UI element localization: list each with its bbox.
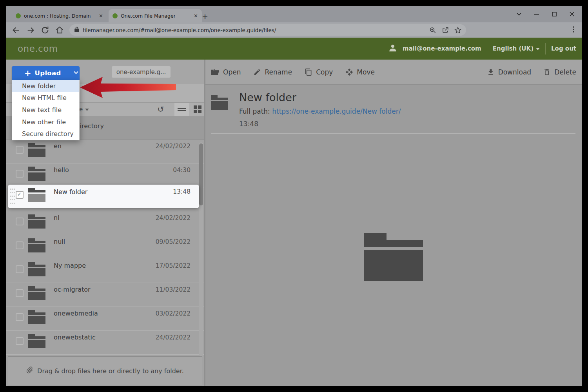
- header-divider: [487, 43, 487, 54]
- folder-icon: [28, 310, 45, 324]
- chevron-down-icon: [85, 109, 89, 111]
- header-divider: [545, 43, 546, 54]
- rename-button[interactable]: Rename: [253, 68, 292, 76]
- file-date: 09/05/2022: [156, 238, 191, 245]
- folder-icon: [211, 95, 228, 110]
- folder-icon: [28, 167, 45, 181]
- file-name: onewebstatic: [54, 334, 96, 341]
- row-checkbox[interactable]: [16, 146, 24, 154]
- row-checkbox[interactable]: [16, 170, 24, 178]
- file-row[interactable]: nl 24/02/2022: [6, 211, 204, 235]
- file-row[interactable]: Ny mappe 17/05/2022: [6, 259, 204, 283]
- favicon-icon: [16, 13, 21, 18]
- detail-divider: [211, 133, 575, 134]
- file-row[interactable]: oc-migrator 11/03/2022: [6, 283, 204, 307]
- logout-button[interactable]: Log out: [551, 45, 576, 52]
- detail-full-path: Full path: https://one-example.guide/New…: [239, 107, 401, 115]
- move-button[interactable]: Move: [345, 68, 375, 76]
- row-checkbox[interactable]: [16, 218, 24, 225]
- grid-view-toggle[interactable]: [190, 103, 205, 116]
- detail-title: New folder: [239, 91, 296, 103]
- row-checkbox[interactable]: [16, 191, 24, 199]
- share-icon[interactable]: [442, 27, 449, 34]
- file-row[interactable]: hello 04:30: [6, 163, 204, 187]
- file-name: New folder: [54, 188, 87, 196]
- zoom-icon[interactable]: [429, 27, 436, 34]
- new-tab-button[interactable]: +: [202, 12, 208, 21]
- url-text[interactable]: filemanager.one.com/#mail@one-example.co…: [83, 27, 424, 33]
- full-path-link[interactable]: https://one-example.guide/New folder/: [272, 107, 401, 115]
- file-row[interactable]: null 09/05/2022: [6, 235, 204, 259]
- tab-close-icon[interactable]: ✕: [99, 13, 103, 19]
- file-date: 03/02/2022: [156, 310, 191, 317]
- upload-menu: New folderNew HTML fileNew text fileNew …: [12, 80, 80, 140]
- menu-item-secure-directory[interactable]: Secure directory: [12, 128, 79, 140]
- drag-handle-icon[interactable]: [10, 187, 15, 205]
- folder-icon: [28, 188, 45, 202]
- row-checkbox[interactable]: [16, 241, 24, 249]
- folder-icon: [28, 238, 45, 252]
- row-checkbox[interactable]: [16, 337, 24, 345]
- folder-icon: [28, 143, 45, 157]
- folder-icon: [28, 334, 45, 348]
- row-checkbox[interactable]: [16, 313, 24, 321]
- row-checkbox[interactable]: [16, 289, 24, 297]
- open-button[interactable]: Open: [211, 68, 241, 76]
- browser-menu-icon[interactable]: [570, 26, 577, 34]
- file-date: 24/02/2022: [156, 334, 191, 341]
- tab-strip: one.com : Hosting, Domain, Emai ✕ One.co…: [6, 6, 582, 22]
- address-bar[interactable]: filemanager.one.com/#mail@one-example.co…: [69, 24, 466, 36]
- home-icon[interactable]: [55, 26, 64, 34]
- file-name: null: [54, 238, 65, 245]
- bookmark-star-icon[interactable]: [454, 27, 461, 34]
- language-selector[interactable]: English (UK): [493, 45, 540, 52]
- upload-button[interactable]: + Upload: [12, 66, 80, 80]
- file-row[interactable]: onewebmedia 03/02/2022: [6, 307, 204, 331]
- dropzone-text: Drag & drop files here or directly to an…: [37, 367, 184, 375]
- menu-item-new-html-file[interactable]: New HTML file: [12, 92, 79, 104]
- file-name: onewebmedia: [54, 310, 98, 317]
- file-row[interactable]: en 24/02/2022: [6, 140, 204, 163]
- file-name: nl: [54, 214, 60, 221]
- folder-icon: [28, 214, 45, 229]
- maximize-icon[interactable]: [551, 11, 557, 17]
- list-view-toggle[interactable]: [174, 103, 189, 116]
- close-icon[interactable]: [569, 11, 575, 17]
- refresh-icon[interactable]: ↻: [156, 105, 165, 114]
- file-row[interactable]: New folder 13:48: [6, 187, 204, 211]
- copy-button[interactable]: Copy: [305, 68, 333, 76]
- back-icon[interactable]: [12, 26, 20, 34]
- row-checkbox[interactable]: [16, 265, 24, 273]
- download-button[interactable]: Download: [487, 68, 532, 76]
- one-com-logo: one.com: [18, 44, 58, 54]
- delete-button[interactable]: Delete: [543, 68, 576, 76]
- browser-toolbar: filemanager.one.com/#mail@one-example.co…: [6, 22, 582, 38]
- menu-item-new-other-file[interactable]: New other file: [12, 116, 79, 128]
- large-folder-icon: [364, 233, 423, 281]
- tab-close-icon[interactable]: ✕: [194, 13, 198, 19]
- file-name: hello: [54, 166, 69, 174]
- lock-icon: [74, 26, 80, 34]
- tab-one-com-hosting[interactable]: one.com : Hosting, Domain, Emai ✕: [12, 9, 107, 22]
- plus-icon: +: [24, 69, 31, 78]
- file-date: 11/03/2022: [156, 286, 191, 293]
- file-name: oc-migrator: [54, 286, 91, 293]
- reload-icon[interactable]: [41, 26, 49, 34]
- app-header: one.com mail@one-example.com English (UK…: [6, 38, 582, 60]
- browser-window: one.com : Hosting, Domain, Emai ✕ One.co…: [6, 6, 582, 386]
- detail-time: 13:48: [239, 120, 258, 128]
- forward-icon[interactable]: [26, 26, 35, 34]
- file-name: en: [54, 142, 62, 150]
- tab-file-manager[interactable]: One.com File Manager ✕: [109, 9, 202, 22]
- folder-icon: [28, 286, 45, 300]
- drag-drop-zone[interactable]: Drag & drop files here or directly to an…: [8, 356, 202, 385]
- window-menu-chevron-icon[interactable]: [516, 11, 522, 17]
- file-row[interactable]: onewebstatic 24/02/2022: [6, 331, 204, 355]
- file-date: 13:48: [173, 188, 191, 195]
- favicon-icon: [113, 13, 118, 18]
- file-list: en 24/02/2022 hello 04:30 New folder 13:…: [6, 140, 204, 356]
- account-email[interactable]: mail@one-example.com: [403, 45, 481, 52]
- menu-item-new-text-file[interactable]: New text file: [12, 104, 79, 116]
- menu-item-new-folder[interactable]: New folder: [12, 80, 79, 92]
- minimize-icon[interactable]: [534, 11, 540, 17]
